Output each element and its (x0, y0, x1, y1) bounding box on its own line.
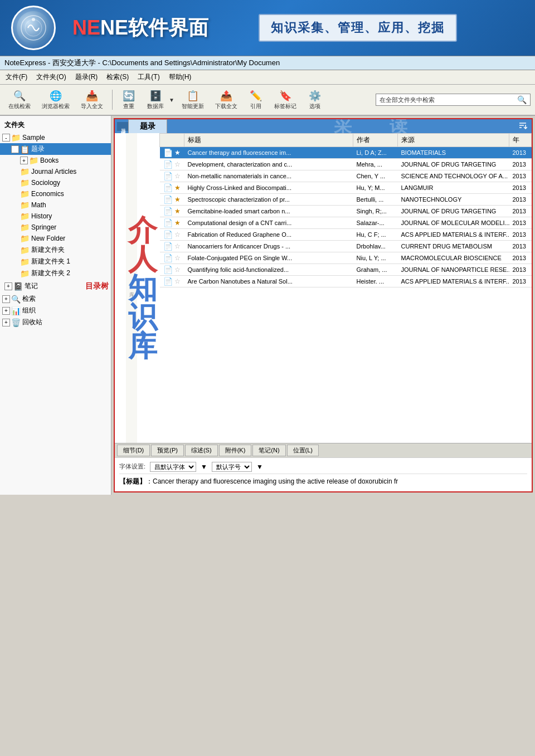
label-notes: 笔记 (25, 281, 38, 291)
expand-books[interactable]: + (20, 157, 28, 164)
title-bar: NoteExpress - 西安交通大学 - C:\Documents and … (0, 56, 535, 70)
menu-help[interactable]: 帮助(H) (166, 71, 195, 83)
row-author: Heister. ... (353, 276, 398, 287)
table-row[interactable]: 📄 ★ Cancer therapy and fluorescence im..… (160, 147, 532, 159)
sidebar-item-books[interactable]: + 📁 Books (0, 155, 111, 166)
menu-file[interactable]: 文件(F) (2, 71, 31, 83)
btn-smart-update[interactable]: 📋 智能更新 (178, 87, 208, 113)
right-panel: 题录统计 题录 采 读 介 人 知 识 库 (114, 118, 533, 492)
table-row[interactable]: 📄 ☆ Development, characterization and c.… (160, 159, 532, 170)
menu-search[interactable]: 检索(S) (103, 71, 132, 83)
folder-icon-math: 📁 (20, 201, 30, 209)
row-year: 2013 (509, 217, 532, 229)
search-input[interactable] (437, 96, 515, 103)
btn-import[interactable]: 📥 导入全文 (77, 87, 107, 113)
row-icons: 📄 ★ (160, 217, 184, 229)
expand-notes[interactable]: + (4, 282, 12, 290)
btn-online-search[interactable]: 🔍 在线检索 (4, 87, 35, 113)
font-family-select[interactable]: 昌默认字体 (150, 462, 196, 472)
star-empty-icon[interactable]: ☆ (174, 242, 181, 250)
sidebar-item-journal[interactable]: 📁 Journal Articles (0, 166, 111, 177)
sidebar-item-history[interactable]: 📁 History (0, 211, 111, 222)
tab-detail[interactable]: 细节(D) (117, 445, 150, 456)
star-filled-icon[interactable]: ★ (174, 207, 181, 215)
sidebar-item-newf3[interactable]: 📁 新建文件夹 2 (0, 267, 111, 279)
table-row[interactable]: 📄 ★ Highly Cross-Linked and Biocompati..… (160, 182, 532, 194)
sidebar-item-math[interactable]: 📁 Math (0, 199, 111, 211)
btn-tag[interactable]: 🔖 标签标记 (270, 87, 300, 113)
side-vertical-label: 库 (126, 133, 137, 443)
database-dropdown-icon[interactable]: ▼ (169, 97, 174, 103)
tab-notes[interactable]: 笔记(N) (252, 445, 285, 456)
star-filled-icon[interactable]: ★ (174, 219, 181, 227)
row-year: 2013 (509, 276, 532, 287)
sidebar-item-sociology[interactable]: 📁 Sociology (0, 177, 111, 188)
row-author: Hu, C F; ... (353, 229, 398, 241)
expand-sample[interactable]: - (2, 134, 10, 142)
sidebar-item-economics[interactable]: 📁 Economics (0, 188, 111, 199)
table-row[interactable]: 📄 ★ Computational design of a CNT carri.… (160, 217, 532, 229)
table-row[interactable]: 📄 ★ Gemcitabine-loaded smart carbon n...… (160, 206, 532, 217)
col-year[interactable]: 年 (509, 134, 532, 147)
row-year: 2013 (509, 147, 532, 159)
star-empty-icon[interactable]: ☆ (174, 231, 181, 238)
menu-tools[interactable]: 工具(T) (134, 71, 163, 83)
btn-download[interactable]: 📤 下载全文 (211, 87, 241, 113)
btn-cite[interactable]: ✏️ 引用 (245, 87, 267, 113)
expand-recycle[interactable]: + (2, 319, 10, 326)
folder-icon-sample: 📁 (11, 133, 21, 142)
sidebar-item-newfolder[interactable]: 📁 New Folder (0, 233, 111, 244)
tab-records-active[interactable]: 题录 (128, 119, 167, 133)
expand-org[interactable]: + (2, 307, 10, 315)
col-title[interactable]: 标题 (184, 134, 353, 147)
tab-location[interactable]: 位置(L) (287, 445, 319, 456)
tab-review[interactable]: 综述(S) (185, 445, 218, 456)
expand-records[interactable]: - (11, 145, 19, 153)
sidebar-item-sample[interactable]: - 📁 Sample (0, 132, 111, 143)
table-row[interactable]: 📄 ☆ Fabrication of Reduced Graphene O...… (160, 229, 532, 241)
sidebar-item-newf2[interactable]: 📁 新建文件夹 1 (0, 256, 111, 267)
star-empty-icon[interactable]: ☆ (174, 254, 181, 262)
star-filled-icon[interactable]: ★ (174, 184, 181, 192)
sidebar-item-records[interactable]: - 📋 题录 (0, 143, 111, 155)
tab-preview[interactable]: 预览(P) (151, 445, 184, 456)
menu-records[interactable]: 题录(R) (72, 71, 101, 83)
col-author[interactable]: 作者 (353, 134, 398, 147)
folder-icon-journal: 📁 (20, 167, 30, 176)
btn-browser-search[interactable]: 🌐 浏览器检索 (38, 87, 74, 113)
table-scroll-area[interactable]: 标题 作者 来源 年 📄 ★ Cancer therapy and fluore… (159, 133, 532, 443)
toolbar-sep-1 (112, 90, 113, 110)
font-size-select[interactable]: 默认字号 (212, 462, 252, 472)
sidebar-item-notes[interactable]: + 📓 笔记 (2, 280, 83, 292)
star-filled-icon[interactable]: ★ (174, 149, 181, 157)
sidebar-item-springer[interactable]: 📁 Springer (0, 222, 111, 233)
btn-database[interactable]: 🗄️ 数据库 (143, 87, 168, 113)
tab-attachment[interactable]: 附件(K) (219, 445, 252, 456)
bottom-area: 字体设置: 昌默认字体 ▼ 默认字号 ▼ 【标题】：Cancer therapy… (115, 457, 532, 491)
btn-dedup[interactable]: 🔄 查重 (118, 87, 140, 113)
table-row[interactable]: 📄 ☆ Folate-Conjugated PEG on Single W...… (160, 252, 532, 264)
row-year: 2013 (509, 159, 532, 170)
row-year: 2013 (509, 206, 532, 217)
expand-search[interactable]: + (2, 295, 10, 303)
star-empty-icon[interactable]: ☆ (174, 277, 181, 285)
sidebar-item-newf1[interactable]: 📁 新建文件夹 (0, 244, 111, 256)
label-economics: Economics (31, 190, 64, 198)
col-source[interactable]: 来源 (398, 134, 509, 147)
table-row[interactable]: 📄 ★ Spectroscopic characterization of pr… (160, 194, 532, 206)
menu-folder[interactable]: 文件夹(O) (33, 71, 69, 83)
sidebar-item-recycle[interactable]: + 🗑️ 回收站 (0, 316, 111, 328)
table-row[interactable]: 📄 ☆ Nanocarriers for Anticancer Drugs - … (160, 241, 532, 252)
search-submit-icon[interactable]: 🔍 (517, 95, 527, 104)
star-empty-icon[interactable]: ☆ (174, 172, 181, 180)
table-row[interactable]: 📄 ☆ Are Carbon Nanotubes a Natural Sol..… (160, 276, 532, 287)
table-row[interactable]: 📄 ☆ Quantifying folic acid-functionalize… (160, 264, 532, 276)
browser-search-icon: 🌐 (49, 89, 62, 103)
star-filled-icon[interactable]: ★ (174, 196, 181, 203)
sidebar-item-search[interactable]: + 🔍 检索 (0, 293, 111, 305)
table-row[interactable]: 📄 ☆ Non-metallic nanomaterials in cance.… (160, 170, 532, 182)
star-empty-icon[interactable]: ☆ (174, 160, 181, 168)
star-empty-icon[interactable]: ☆ (174, 266, 181, 274)
sidebar-item-org[interactable]: + 📊 组织 (0, 305, 111, 316)
btn-options[interactable]: ⚙️ 选项 (304, 87, 326, 113)
